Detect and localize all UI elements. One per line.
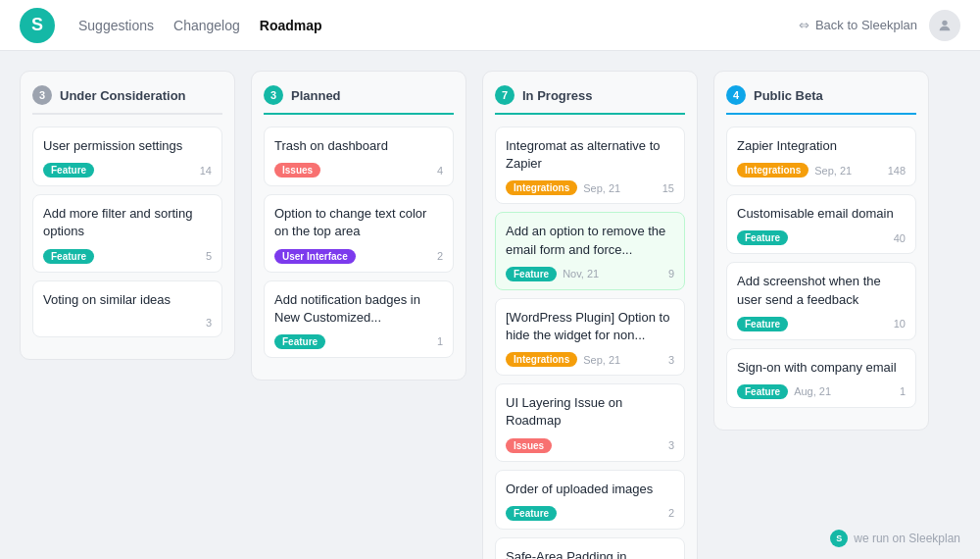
card-title: Safe-Area Padding in fullscreen (PWA) mo… [506, 548, 674, 559]
user-avatar[interactable] [929, 10, 960, 41]
tag-feature: Feature [274, 334, 325, 349]
card[interactable]: Add more filter and sorting optionsFeatu… [32, 194, 222, 272]
card-vote-count: 3 [668, 354, 674, 366]
card[interactable]: User permission settingsFeature14 [32, 127, 222, 186]
tag-userint: User Interface [274, 249, 356, 264]
card-footer: Feature14 [43, 163, 212, 178]
card[interactable]: UI Layering Issue on RoadmapIssues3 [495, 383, 685, 461]
link-icon: ⇔ [799, 18, 809, 32]
card-title: Add notification badges in New Customize… [274, 291, 443, 327]
card[interactable]: Trash on dashboardIssues4 [264, 127, 454, 186]
nav-suggestions[interactable]: Suggestions [78, 18, 154, 33]
tag-feature: Feature [506, 506, 557, 521]
back-to-sleekplan[interactable]: ⇔ Back to Sleekplan [799, 18, 917, 32]
card-date: Sep, 21 [814, 165, 852, 177]
card-footer: Feature2 [506, 506, 674, 521]
column-header-consideration: 3Under Consideration [32, 85, 222, 115]
nav-changelog[interactable]: Changelog [173, 18, 240, 33]
card-title: Order of uploaded images [506, 481, 674, 498]
tag-issues: Issues [274, 163, 320, 178]
card[interactable]: Safe-Area Padding in fullscreen (PWA) mo… [495, 537, 685, 559]
tag-feature: Feature [737, 384, 788, 399]
column-header-inprogress: 7In Progress [495, 85, 685, 115]
card[interactable]: [WordPress Plugin] Option to hide the wi… [495, 298, 685, 376]
tag-feature: Feature [737, 317, 788, 331]
card-vote-count: 14 [200, 165, 212, 177]
card[interactable]: Add screenshot when the user send a feed… [726, 262, 916, 339]
tag-feature: Feature [43, 249, 94, 264]
tag-feature: Feature [737, 230, 788, 245]
card-footer: FeatureNov, 219 [506, 267, 674, 281]
card-tags: Feature [506, 506, 557, 521]
svg-point-0 [942, 20, 947, 25]
card-tags: User Interface [274, 249, 356, 264]
nav-roadmap[interactable]: Roadmap [260, 18, 322, 33]
card[interactable]: Voting on similar ideas3 [32, 280, 222, 337]
footer-logo: S [830, 530, 848, 547]
column-header-publicbeta: 4Public Beta [726, 85, 916, 115]
col-title-planned: Planned [291, 88, 341, 103]
card[interactable]: Customisable email domainFeature40 [726, 194, 916, 254]
nav-links: Suggestions Changelog Roadmap [78, 18, 322, 33]
card-tags: Feature [43, 249, 94, 264]
navbar: S Suggestions Changelog Roadmap ⇔ Back t… [0, 0, 980, 51]
card[interactable]: Order of uploaded imagesFeature2 [495, 470, 685, 530]
card-title: Trash on dashboard [274, 137, 443, 155]
card-title: Add more filter and sorting options [43, 205, 212, 240]
card-vote-count: 9 [668, 268, 674, 280]
card[interactable]: Zapier IntegrationIntegrationsSep, 21148 [726, 127, 916, 186]
tag-issues: Issues [506, 438, 552, 453]
logo: S [20, 8, 55, 43]
card-title: UI Layering Issue on Roadmap [506, 394, 674, 430]
column-consideration: 3Under ConsiderationUser permission sett… [20, 71, 235, 360]
card-tags: Issues [274, 163, 320, 178]
card-title: Customisable email domain [737, 205, 906, 223]
column-publicbeta: 4Public BetaZapier IntegrationIntegratio… [713, 71, 929, 431]
card-vote-count: 40 [894, 232, 906, 244]
card-tags: IntegrationsSep, 21 [506, 180, 620, 195]
card-title: Voting on similar ideas [43, 291, 212, 309]
card-tags: FeatureNov, 21 [506, 267, 599, 281]
card-footer: Issues4 [274, 163, 443, 178]
kanban-board: 3Under ConsiderationUser permission sett… [0, 51, 980, 559]
tag-integrations: Integrations [737, 163, 808, 178]
footer-brand: S we run on Sleekplan [830, 530, 960, 547]
card[interactable]: Integromat as alternative to ZapierInteg… [495, 127, 685, 204]
card-title: Add screenshot when the user send a feed… [737, 273, 906, 308]
card-vote-count: 10 [894, 318, 906, 330]
card-footer: Feature40 [737, 230, 906, 245]
nav-right: ⇔ Back to Sleekplan [799, 10, 960, 41]
tag-feature: Feature [43, 163, 94, 178]
card-vote-count: 2 [437, 250, 443, 262]
card[interactable]: Sign-on with company emailFeatureAug, 21… [726, 348, 916, 408]
back-label: Back to Sleekplan [815, 18, 917, 32]
card-tags: Feature [737, 317, 788, 331]
col-count-inprogress: 7 [495, 85, 514, 105]
col-title-publicbeta: Public Beta [754, 88, 823, 103]
card-footer: IntegrationsSep, 2115 [506, 180, 674, 195]
card-footer: User Interface2 [274, 249, 443, 264]
col-count-publicbeta: 4 [726, 85, 746, 105]
card-footer: Feature10 [737, 317, 906, 331]
tag-integrations: Integrations [506, 180, 577, 195]
card-title: Add an option to remove the email form a… [506, 223, 674, 258]
card-tags: Feature [274, 334, 325, 349]
card-date: Aug, 21 [794, 385, 831, 397]
card-vote-count: 148 [888, 165, 906, 177]
card-tags: Issues [506, 438, 552, 453]
card-vote-count: 5 [206, 250, 212, 262]
card[interactable]: Option to change text color on the top a… [264, 194, 454, 272]
card[interactable]: Add an option to remove the email form a… [495, 212, 685, 289]
card-footer: Feature5 [43, 249, 212, 264]
card-title: [WordPress Plugin] Option to hide the wi… [506, 309, 674, 344]
card-vote-count: 3 [668, 439, 674, 451]
col-count-planned: 3 [264, 85, 283, 105]
card-footer: IntegrationsSep, 21148 [737, 163, 906, 178]
col-count-consideration: 3 [32, 85, 52, 105]
card-tags: IntegrationsSep, 21 [737, 163, 852, 178]
card-tags: Feature [737, 230, 788, 245]
col-title-inprogress: In Progress [522, 88, 593, 103]
card-date: Nov, 21 [563, 268, 599, 280]
card-tags: Feature [43, 163, 94, 178]
card[interactable]: Add notification badges in New Customize… [264, 280, 454, 358]
